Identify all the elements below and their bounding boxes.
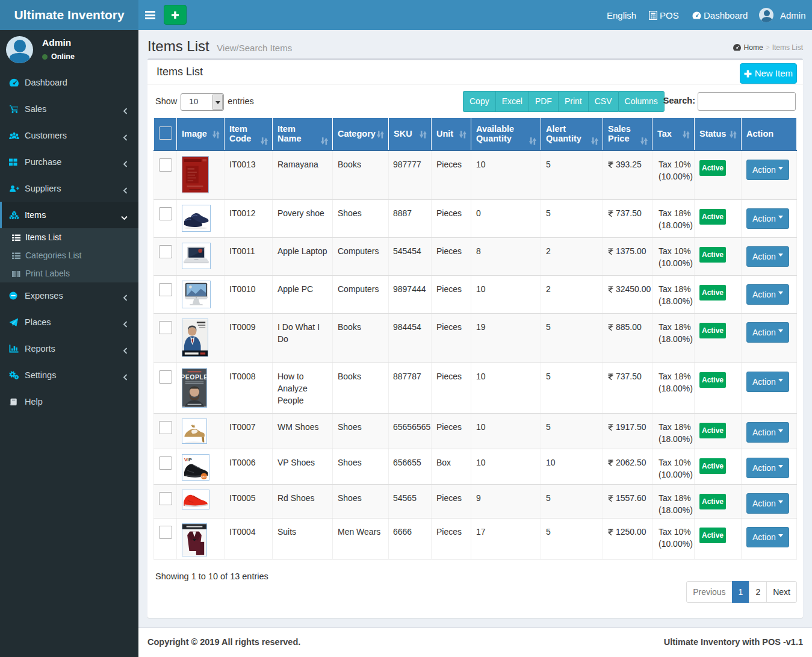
svg-text:PEOPLE: PEOPLE — [182, 374, 207, 381]
svg-text:VIP: VIP — [184, 457, 193, 462]
svg-text:SALE: SALE — [200, 475, 207, 478]
